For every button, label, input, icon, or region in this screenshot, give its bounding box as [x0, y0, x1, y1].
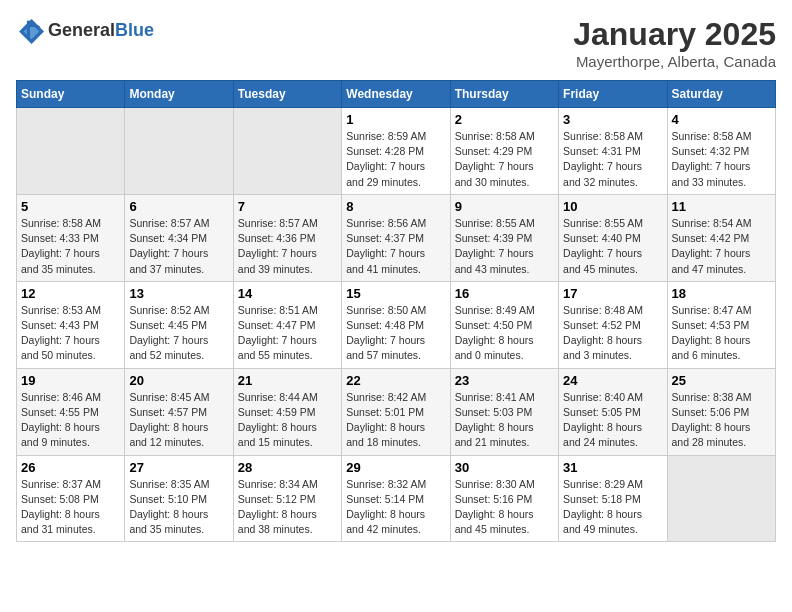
day-info: Sunrise: 8:32 AMSunset: 5:14 PMDaylight:… — [346, 477, 445, 538]
day-number: 21 — [238, 373, 337, 388]
calendar-week-row: 1Sunrise: 8:59 AMSunset: 4:28 PMDaylight… — [17, 108, 776, 195]
calendar-week-row: 26Sunrise: 8:37 AMSunset: 5:08 PMDayligh… — [17, 455, 776, 542]
calendar-cell: 4Sunrise: 8:58 AMSunset: 4:32 PMDaylight… — [667, 108, 775, 195]
day-number: 25 — [672, 373, 771, 388]
calendar-table: SundayMondayTuesdayWednesdayThursdayFrid… — [16, 80, 776, 542]
logo: General Blue — [16, 16, 154, 44]
day-info: Sunrise: 8:58 AMSunset: 4:29 PMDaylight:… — [455, 129, 554, 190]
day-info: Sunrise: 8:47 AMSunset: 4:53 PMDaylight:… — [672, 303, 771, 364]
calendar-cell — [667, 455, 775, 542]
day-info: Sunrise: 8:34 AMSunset: 5:12 PMDaylight:… — [238, 477, 337, 538]
calendar-cell: 17Sunrise: 8:48 AMSunset: 4:52 PMDayligh… — [559, 281, 667, 368]
day-number: 17 — [563, 286, 662, 301]
calendar-cell: 8Sunrise: 8:56 AMSunset: 4:37 PMDaylight… — [342, 194, 450, 281]
weekday-header-tuesday: Tuesday — [233, 81, 341, 108]
day-number: 22 — [346, 373, 445, 388]
day-info: Sunrise: 8:51 AMSunset: 4:47 PMDaylight:… — [238, 303, 337, 364]
day-number: 7 — [238, 199, 337, 214]
day-info: Sunrise: 8:58 AMSunset: 4:33 PMDaylight:… — [21, 216, 120, 277]
day-info: Sunrise: 8:41 AMSunset: 5:03 PMDaylight:… — [455, 390, 554, 451]
calendar-week-row: 5Sunrise: 8:58 AMSunset: 4:33 PMDaylight… — [17, 194, 776, 281]
day-info: Sunrise: 8:46 AMSunset: 4:55 PMDaylight:… — [21, 390, 120, 451]
day-number: 11 — [672, 199, 771, 214]
logo-icon — [16, 16, 44, 44]
calendar-cell: 20Sunrise: 8:45 AMSunset: 4:57 PMDayligh… — [125, 368, 233, 455]
calendar-cell: 19Sunrise: 8:46 AMSunset: 4:55 PMDayligh… — [17, 368, 125, 455]
day-number: 31 — [563, 460, 662, 475]
weekday-header-saturday: Saturday — [667, 81, 775, 108]
day-info: Sunrise: 8:37 AMSunset: 5:08 PMDaylight:… — [21, 477, 120, 538]
calendar-cell — [233, 108, 341, 195]
day-info: Sunrise: 8:53 AMSunset: 4:43 PMDaylight:… — [21, 303, 120, 364]
day-info: Sunrise: 8:54 AMSunset: 4:42 PMDaylight:… — [672, 216, 771, 277]
day-info: Sunrise: 8:57 AMSunset: 4:36 PMDaylight:… — [238, 216, 337, 277]
weekday-header-sunday: Sunday — [17, 81, 125, 108]
day-number: 6 — [129, 199, 228, 214]
day-number: 15 — [346, 286, 445, 301]
day-number: 28 — [238, 460, 337, 475]
day-number: 16 — [455, 286, 554, 301]
svg-rect-3 — [27, 21, 30, 38]
calendar-cell: 23Sunrise: 8:41 AMSunset: 5:03 PMDayligh… — [450, 368, 558, 455]
day-info: Sunrise: 8:30 AMSunset: 5:16 PMDaylight:… — [455, 477, 554, 538]
day-number: 27 — [129, 460, 228, 475]
day-number: 13 — [129, 286, 228, 301]
day-number: 1 — [346, 112, 445, 127]
logo-blue: Blue — [115, 20, 154, 41]
day-number: 20 — [129, 373, 228, 388]
calendar-cell: 31Sunrise: 8:29 AMSunset: 5:18 PMDayligh… — [559, 455, 667, 542]
day-number: 14 — [238, 286, 337, 301]
day-number: 29 — [346, 460, 445, 475]
title-block: January 2025 Mayerthorpe, Alberta, Canad… — [573, 16, 776, 70]
day-number: 26 — [21, 460, 120, 475]
day-info: Sunrise: 8:59 AMSunset: 4:28 PMDaylight:… — [346, 129, 445, 190]
calendar-cell: 27Sunrise: 8:35 AMSunset: 5:10 PMDayligh… — [125, 455, 233, 542]
day-info: Sunrise: 8:38 AMSunset: 5:06 PMDaylight:… — [672, 390, 771, 451]
calendar-cell: 7Sunrise: 8:57 AMSunset: 4:36 PMDaylight… — [233, 194, 341, 281]
calendar-cell: 15Sunrise: 8:50 AMSunset: 4:48 PMDayligh… — [342, 281, 450, 368]
calendar-cell: 26Sunrise: 8:37 AMSunset: 5:08 PMDayligh… — [17, 455, 125, 542]
day-number: 10 — [563, 199, 662, 214]
calendar-header: SundayMondayTuesdayWednesdayThursdayFrid… — [17, 81, 776, 108]
day-number: 5 — [21, 199, 120, 214]
month-title: January 2025 — [573, 16, 776, 53]
weekday-header-thursday: Thursday — [450, 81, 558, 108]
calendar-cell: 3Sunrise: 8:58 AMSunset: 4:31 PMDaylight… — [559, 108, 667, 195]
calendar-cell: 16Sunrise: 8:49 AMSunset: 4:50 PMDayligh… — [450, 281, 558, 368]
day-number: 30 — [455, 460, 554, 475]
calendar-week-row: 19Sunrise: 8:46 AMSunset: 4:55 PMDayligh… — [17, 368, 776, 455]
day-info: Sunrise: 8:55 AMSunset: 4:40 PMDaylight:… — [563, 216, 662, 277]
calendar-cell: 24Sunrise: 8:40 AMSunset: 5:05 PMDayligh… — [559, 368, 667, 455]
calendar-cell: 10Sunrise: 8:55 AMSunset: 4:40 PMDayligh… — [559, 194, 667, 281]
day-info: Sunrise: 8:55 AMSunset: 4:39 PMDaylight:… — [455, 216, 554, 277]
day-info: Sunrise: 8:56 AMSunset: 4:37 PMDaylight:… — [346, 216, 445, 277]
calendar-cell: 12Sunrise: 8:53 AMSunset: 4:43 PMDayligh… — [17, 281, 125, 368]
calendar-cell: 9Sunrise: 8:55 AMSunset: 4:39 PMDaylight… — [450, 194, 558, 281]
day-number: 8 — [346, 199, 445, 214]
weekday-header-friday: Friday — [559, 81, 667, 108]
logo-general: General — [48, 20, 115, 41]
calendar-cell — [17, 108, 125, 195]
day-info: Sunrise: 8:40 AMSunset: 5:05 PMDaylight:… — [563, 390, 662, 451]
calendar-cell: 5Sunrise: 8:58 AMSunset: 4:33 PMDaylight… — [17, 194, 125, 281]
day-info: Sunrise: 8:29 AMSunset: 5:18 PMDaylight:… — [563, 477, 662, 538]
calendar-cell: 21Sunrise: 8:44 AMSunset: 4:59 PMDayligh… — [233, 368, 341, 455]
calendar-cell: 6Sunrise: 8:57 AMSunset: 4:34 PMDaylight… — [125, 194, 233, 281]
day-number: 4 — [672, 112, 771, 127]
calendar-cell: 2Sunrise: 8:58 AMSunset: 4:29 PMDaylight… — [450, 108, 558, 195]
day-number: 18 — [672, 286, 771, 301]
weekday-header-monday: Monday — [125, 81, 233, 108]
calendar-cell: 13Sunrise: 8:52 AMSunset: 4:45 PMDayligh… — [125, 281, 233, 368]
calendar-cell — [125, 108, 233, 195]
day-number: 2 — [455, 112, 554, 127]
calendar-cell: 29Sunrise: 8:32 AMSunset: 5:14 PMDayligh… — [342, 455, 450, 542]
day-info: Sunrise: 8:49 AMSunset: 4:50 PMDaylight:… — [455, 303, 554, 364]
day-number: 23 — [455, 373, 554, 388]
day-info: Sunrise: 8:57 AMSunset: 4:34 PMDaylight:… — [129, 216, 228, 277]
calendar-cell: 1Sunrise: 8:59 AMSunset: 4:28 PMDaylight… — [342, 108, 450, 195]
logo-text: General Blue — [48, 20, 154, 41]
calendar-week-row: 12Sunrise: 8:53 AMSunset: 4:43 PMDayligh… — [17, 281, 776, 368]
day-info: Sunrise: 8:35 AMSunset: 5:10 PMDaylight:… — [129, 477, 228, 538]
day-number: 12 — [21, 286, 120, 301]
day-info: Sunrise: 8:58 AMSunset: 4:31 PMDaylight:… — [563, 129, 662, 190]
